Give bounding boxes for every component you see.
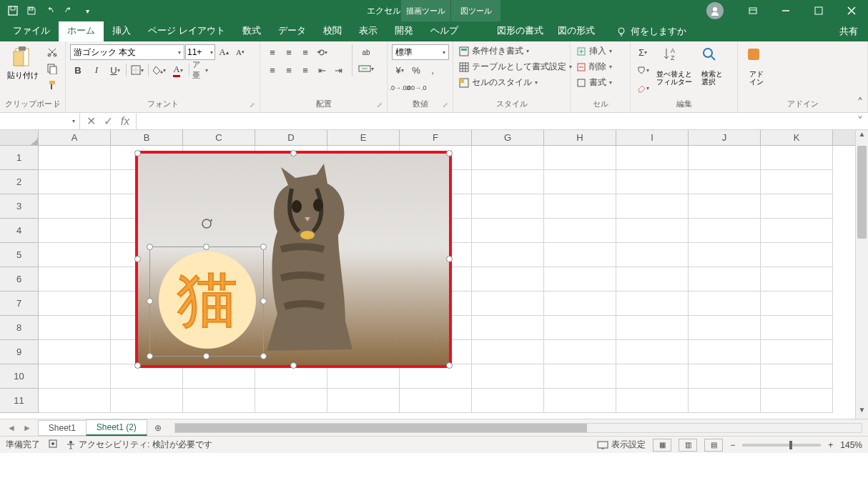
cell[interactable]	[544, 292, 616, 316]
tab-picture-format[interactable]: 図の形式	[551, 21, 602, 41]
col-header[interactable]: J	[689, 130, 761, 145]
align-middle-button[interactable]: ≡	[281, 44, 297, 60]
col-header[interactable]: C	[183, 130, 255, 145]
cell[interactable]	[327, 389, 400, 413]
cell[interactable]	[472, 146, 544, 170]
cell[interactable]	[472, 389, 544, 413]
delete-cells-button[interactable]: 削除 ▾	[575, 60, 613, 74]
col-header[interactable]: A	[39, 130, 111, 145]
cell[interactable]	[689, 292, 761, 316]
autosum-button[interactable]: Σ▾	[635, 44, 651, 60]
comma-button[interactable]: ,	[425, 62, 440, 78]
cell[interactable]	[616, 243, 689, 267]
rotate-handle[interactable]	[200, 217, 213, 233]
col-header[interactable]: G	[472, 130, 544, 145]
cell[interactable]	[761, 267, 833, 292]
align-center-button[interactable]: ≡	[281, 62, 297, 78]
col-header[interactable]: H	[544, 130, 616, 145]
cell[interactable]	[761, 292, 833, 316]
tab-file[interactable]: ファイル	[4, 21, 59, 41]
align-right-button[interactable]: ≡	[297, 62, 313, 78]
row-header[interactable]: 6	[0, 267, 39, 292]
row-header[interactable]: 2	[0, 170, 39, 194]
cell[interactable]	[544, 194, 616, 219]
cell[interactable]	[544, 364, 616, 389]
sheet-next-button[interactable]: ►	[20, 423, 34, 433]
merge-button[interactable]: ▾	[358, 61, 374, 76]
row-header[interactable]: 11	[0, 389, 39, 413]
cell[interactable]	[39, 194, 111, 219]
name-box[interactable]: ▾	[0, 113, 80, 129]
col-header[interactable]: B	[111, 130, 183, 145]
cell[interactable]	[327, 364, 400, 389]
cell[interactable]	[472, 316, 544, 340]
maximize-button[interactable]	[802, 0, 835, 21]
find-select-button[interactable]: 検索と 選択	[698, 44, 726, 87]
fill-button[interactable]: ▾	[635, 62, 651, 78]
alignment-launcher[interactable]: ⤢	[377, 101, 385, 110]
cell[interactable]	[472, 243, 544, 267]
cell[interactable]	[761, 389, 833, 413]
cell[interactable]	[183, 389, 255, 413]
share-button[interactable]: 共有	[829, 21, 868, 41]
align-bottom-button[interactable]: ≡	[297, 44, 313, 60]
cell[interactable]	[616, 267, 689, 292]
fx-button[interactable]: fx	[117, 115, 133, 128]
cell[interactable]	[472, 267, 544, 292]
col-header[interactable]: I	[616, 130, 689, 145]
cancel-fx-button[interactable]: ✕	[83, 114, 99, 128]
insert-cells-button[interactable]: 挿入 ▾	[575, 44, 613, 58]
user-avatar[interactable]	[706, 2, 724, 19]
cell[interactable]	[39, 146, 111, 170]
cell[interactable]	[544, 267, 616, 292]
italic-button[interactable]: I	[89, 62, 104, 78]
cell[interactable]	[616, 389, 689, 413]
save-button[interactable]	[23, 2, 40, 19]
hscroll-thumb[interactable]	[175, 424, 587, 432]
cell[interactable]	[689, 170, 761, 194]
underline-button[interactable]: U▾	[107, 62, 123, 78]
cell[interactable]	[111, 389, 183, 413]
scroll-down-button[interactable]: ▼	[856, 406, 868, 419]
col-header[interactable]: E	[327, 130, 400, 145]
wrap-text-button[interactable]: ab	[358, 44, 374, 60]
cell[interactable]	[39, 316, 111, 340]
cell[interactable]	[39, 267, 111, 292]
page-break-view-button[interactable]: ▤	[704, 439, 723, 452]
tab-help[interactable]: ヘルプ	[422, 21, 467, 41]
cell[interactable]	[761, 243, 833, 267]
increase-font-button[interactable]: A▴	[216, 44, 232, 60]
cell[interactable]	[39, 243, 111, 267]
cell[interactable]	[616, 340, 689, 364]
bold-button[interactable]: B	[70, 62, 86, 78]
cell[interactable]	[39, 219, 111, 243]
horizontal-scrollbar[interactable]	[174, 423, 862, 433]
cell[interactable]	[400, 389, 472, 413]
cut-button[interactable]	[44, 44, 60, 60]
sort-filter-button[interactable]: AZ 並べ替えと フィルター	[654, 44, 695, 87]
cell[interactable]	[761, 219, 833, 243]
cell[interactable]	[472, 364, 544, 389]
addin-button[interactable]: アド イン	[742, 44, 771, 87]
cell[interactable]	[616, 292, 689, 316]
cell-styles-button[interactable]: セルのスタイル ▾	[458, 76, 573, 89]
cell[interactable]	[255, 389, 327, 413]
row-header[interactable]: 4	[0, 219, 39, 243]
minimize-button[interactable]	[769, 0, 802, 21]
display-settings-button[interactable]: 表示設定	[597, 439, 646, 451]
redo-button[interactable]	[60, 2, 77, 19]
macro-record-button[interactable]	[49, 439, 57, 450]
normal-view-button[interactable]: ▦	[653, 439, 671, 452]
cell[interactable]	[544, 170, 616, 194]
font-color-button[interactable]: A▾	[170, 62, 186, 78]
cell[interactable]	[689, 194, 761, 219]
row-header[interactable]: 5	[0, 243, 39, 267]
format-as-table-button[interactable]: テーブルとして書式設定 ▾	[458, 60, 573, 74]
cell[interactable]	[544, 219, 616, 243]
font-name-combo[interactable]: 游ゴシック 本文▾	[70, 44, 184, 60]
cell[interactable]	[472, 292, 544, 316]
row-header[interactable]: 3	[0, 194, 39, 219]
cell[interactable]	[472, 194, 544, 219]
cell[interactable]	[761, 364, 833, 389]
align-top-button[interactable]: ≡	[265, 44, 280, 60]
